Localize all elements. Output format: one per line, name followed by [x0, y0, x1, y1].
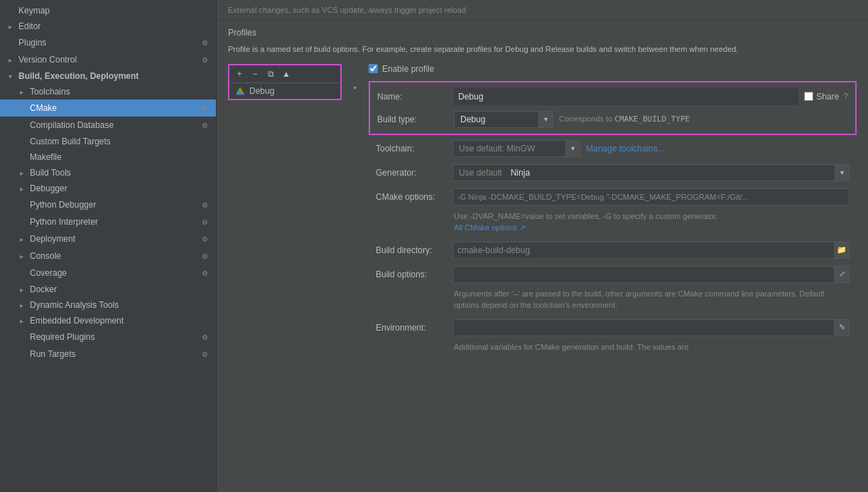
build-options-row: Build options: ⤢ — [369, 262, 857, 287]
add-profile-button[interactable]: + — [232, 67, 246, 81]
toolchain-label: Toolchain: — [376, 144, 447, 154]
sidebar-item-cmake[interactable]: CMake⚙ — [0, 100, 216, 117]
share-checkbox[interactable] — [804, 92, 813, 101]
settings-icon: ⚙ — [199, 199, 210, 210]
main-content-area: External changes, such as VCS update, al… — [217, 0, 868, 492]
sidebar-item-version-control[interactable]: Version Control⚙ — [0, 51, 216, 68]
build-options-expand-button[interactable]: ⤢ — [834, 266, 850, 283]
remove-profile-button[interactable]: − — [248, 67, 262, 81]
sidebar-item-compilation-database[interactable]: Compilation Database⚙ — [0, 117, 216, 134]
toolchain-arrow-button[interactable]: ▾ — [565, 141, 580, 156]
build-type-dropdown[interactable]: Debug ▾ — [454, 111, 553, 128]
arrow-icon — [20, 286, 30, 294]
sidebar-item-label: Build, Execution, Deployment — [18, 71, 210, 81]
sidebar-item-custom-build-targets[interactable]: Custom Build Targets — [0, 134, 216, 149]
enable-profile-label[interactable]: Enable profile — [382, 64, 434, 74]
toolchain-dropdown[interactable]: Use default: MinGW ▾ — [452, 140, 580, 157]
environment-help: Additional variables for CMake generatio… — [369, 340, 857, 358]
share-label[interactable]: Share — [816, 92, 839, 102]
build-options-input[interactable] — [452, 266, 834, 283]
toolchain-value: Use default: MinGW — [453, 144, 565, 154]
environment-input[interactable] — [452, 319, 834, 336]
settings-icon: ⚙ — [199, 102, 210, 114]
enable-profile-checkbox[interactable] — [369, 64, 378, 73]
build-directory-input-row: 📁 — [452, 242, 850, 259]
profile-list-box: + − ⧉ ▲ Debug — [228, 64, 342, 100]
share-area: Share ? — [804, 92, 848, 102]
settings-icon: ⚙ — [199, 233, 210, 245]
sidebar-item-label: Console — [30, 251, 199, 261]
sidebar-item-console[interactable]: Console⚙ — [0, 247, 216, 264]
copy-profile-button[interactable]: ⧉ — [264, 67, 278, 81]
manage-toolchains-link[interactable]: Manage toolchains... — [586, 144, 665, 154]
name-input[interactable] — [454, 88, 798, 105]
sidebar-item-label: CMake — [30, 103, 199, 113]
sidebar-item-build-execution-deployment[interactable]: Build, Execution, Deployment — [0, 68, 216, 84]
top-description-text: External changes, such as VCS update, al… — [228, 6, 466, 14]
sidebar-item-embedded-development[interactable]: Embedded Development — [0, 313, 216, 328]
name-row: Name: Share ? — [370, 85, 855, 108]
generator-label: Generator: — [376, 168, 447, 178]
sidebar-item-debugger[interactable]: Debugger — [0, 181, 216, 196]
build-type-arrow-button[interactable]: ▾ — [538, 112, 553, 127]
settings-icon: ⚙ — [199, 54, 210, 65]
profile-form: Enable profile Name: Share ? Build type: — [369, 64, 857, 358]
arrow-icon — [20, 88, 30, 96]
generator-arrow-button[interactable]: ▾ — [835, 165, 849, 181]
generator-value: Ninja — [508, 168, 835, 178]
arrow-icon — [20, 185, 30, 193]
profile-list-item[interactable]: Debug — [229, 83, 340, 99]
sidebar-item-python-interpreter[interactable]: Python Interpreter⚙ — [0, 213, 216, 230]
sidebar-item-coverage[interactable]: Coverage⚙ — [0, 264, 216, 282]
sidebar-item-label: Python Debugger — [30, 200, 199, 210]
sidebar-item-makefile[interactable]: Makefile — [0, 149, 216, 165]
build-directory-browse-button[interactable]: 📁 — [834, 242, 850, 259]
generator-default: Use default — [453, 168, 508, 178]
top-description: External changes, such as VCS update, al… — [217, 0, 868, 21]
cmake-options-label: CMake options: — [376, 192, 447, 202]
sidebar-item-run-targets[interactable]: Run Targets⚙ — [0, 346, 216, 363]
sidebar-item-editor[interactable]: Editor — [0, 18, 216, 34]
generator-row: Generator: Use default Ninja ▾ — [369, 161, 857, 185]
cmake-options-link[interactable]: All CMake options ↗ — [454, 223, 526, 232]
sidebar-item-required-plugins[interactable]: Required Plugins⚙ — [0, 328, 216, 346]
arrow-icon — [9, 56, 18, 64]
sidebar-item-label: Build Tools — [30, 168, 210, 178]
sidebar-item-label: Toolchains — [30, 87, 210, 97]
environment-edit-button[interactable]: ✎ — [834, 319, 850, 336]
profile-expand-button[interactable]: ▸ — [350, 82, 360, 92]
sidebar-item-toolchains[interactable]: Toolchains — [0, 84, 216, 100]
arrow-icon — [20, 235, 30, 243]
sidebar-item-build-tools[interactable]: Build Tools — [0, 165, 216, 181]
sidebar-item-label: Version Control — [18, 55, 199, 65]
profiles-section-title: Profiles — [217, 21, 868, 41]
generator-dropdown[interactable]: Use default Ninja ▾ — [452, 164, 850, 181]
move-up-profile-button[interactable]: ▲ — [279, 67, 293, 81]
sidebar-item-plugins[interactable]: Plugins⚙ — [0, 34, 216, 51]
sidebar-item-keymap[interactable]: Keymap — [0, 3, 216, 18]
sidebar-item-label: Custom Build Targets — [30, 137, 210, 146]
arrow-icon — [9, 23, 18, 31]
cmake-options-help: Use -DVAR_NAME=value to set variables, -… — [369, 209, 857, 238]
cmake-options-input[interactable] — [452, 188, 850, 205]
sidebar-item-label: Plugins — [18, 38, 199, 48]
build-type-label: Build type: — [377, 114, 448, 124]
settings-icon: ⚙ — [199, 37, 210, 48]
settings-icon: ⚙ — [199, 267, 210, 279]
environment-row: Environment: ✎ — [369, 316, 857, 340]
settings-icon: ⚙ — [199, 250, 210, 262]
question-icon: ? — [843, 92, 848, 102]
settings-sidebar: KeymapEditorPlugins⚙Version Control⚙Buil… — [0, 0, 217, 492]
profile-name-label: Debug — [249, 86, 274, 96]
sidebar-item-docker[interactable]: Docker — [0, 282, 216, 297]
sidebar-item-deployment[interactable]: Deployment⚙ — [0, 230, 216, 247]
sidebar-item-python-debugger[interactable]: Python Debugger⚙ — [0, 196, 216, 213]
profile-list-toolbar: + − ⧉ ▲ — [229, 65, 340, 83]
build-directory-input[interactable] — [452, 242, 834, 259]
environment-input-row: ✎ — [452, 319, 850, 336]
highlighted-form-box: Name: Share ? Build type: Debug ▾ — [369, 81, 857, 135]
sidebar-item-label: Run Targets — [30, 349, 199, 359]
arrow-icon — [9, 73, 18, 80]
sidebar-item-dynamic-analysis-tools[interactable]: Dynamic Analysis Tools — [0, 297, 216, 313]
sidebar-item-label: Deployment — [30, 234, 199, 244]
